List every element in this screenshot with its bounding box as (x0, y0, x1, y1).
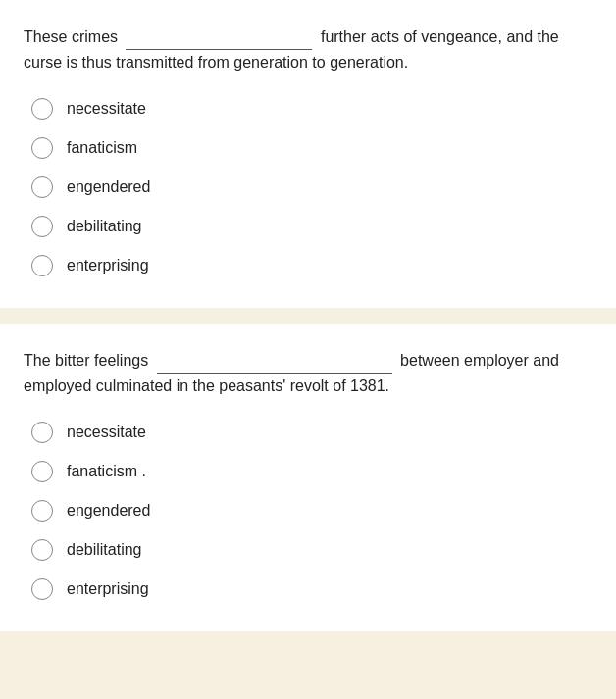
option-label-q2-4: debilitating (67, 541, 142, 559)
radio-q1-1[interactable] (31, 98, 53, 120)
question-card-2: The bitter feelings between employer and… (0, 324, 616, 631)
options-list-2: necessitate fanaticism . engendered debi… (24, 422, 592, 600)
radio-q1-3[interactable] (31, 176, 53, 198)
option-label-q1-4: debilitating (67, 218, 142, 235)
option-item-q1-5[interactable]: enterprising (31, 255, 592, 276)
radio-q2-2[interactable] (31, 461, 53, 482)
option-item-q2-1[interactable]: necessitate (31, 422, 592, 443)
text-before-1: These crimes (24, 28, 118, 45)
radio-q2-3[interactable] (31, 500, 53, 522)
question-text-1: These crimes further acts of vengeance, … (24, 24, 592, 75)
radio-q2-4[interactable] (31, 539, 53, 561)
radio-q2-5[interactable] (31, 578, 53, 600)
option-item-q2-4[interactable]: debilitating (31, 539, 592, 561)
option-item-q2-3[interactable]: engendered (31, 500, 592, 522)
blank-2 (157, 347, 392, 374)
option-item-q1-1[interactable]: necessitate (31, 98, 592, 120)
section-divider (0, 316, 616, 324)
option-label-q1-2: fanaticism (67, 139, 137, 157)
option-item-q1-2[interactable]: fanaticism (31, 137, 592, 159)
option-label-q2-5: enterprising (67, 580, 149, 598)
option-item-q2-5[interactable]: enterprising (31, 578, 592, 600)
question-text-2: The bitter feelings between employer and… (24, 347, 592, 398)
radio-q2-1[interactable] (31, 422, 53, 443)
text-before-2: The bitter feelings (24, 352, 148, 369)
radio-q1-2[interactable] (31, 137, 53, 159)
option-item-q2-2[interactable]: fanaticism . (31, 461, 592, 482)
option-label-q1-5: enterprising (67, 257, 149, 275)
question-card-1: These crimes further acts of vengeance, … (0, 0, 616, 308)
option-item-q1-4[interactable]: debilitating (31, 216, 592, 237)
radio-q1-5[interactable] (31, 255, 53, 276)
options-list-1: necessitate fanaticism engendered debili… (24, 98, 592, 276)
option-label-q1-1: necessitate (67, 100, 146, 118)
option-label-q2-3: engendered (67, 502, 150, 520)
option-label-q1-3: engendered (67, 178, 150, 196)
blank-1 (126, 24, 312, 50)
quiz-container: These crimes further acts of vengeance, … (0, 0, 616, 631)
option-item-q1-3[interactable]: engendered (31, 176, 592, 198)
option-label-q2-2: fanaticism . (67, 463, 146, 480)
radio-q1-4[interactable] (31, 216, 53, 237)
option-label-q2-1: necessitate (67, 424, 146, 441)
